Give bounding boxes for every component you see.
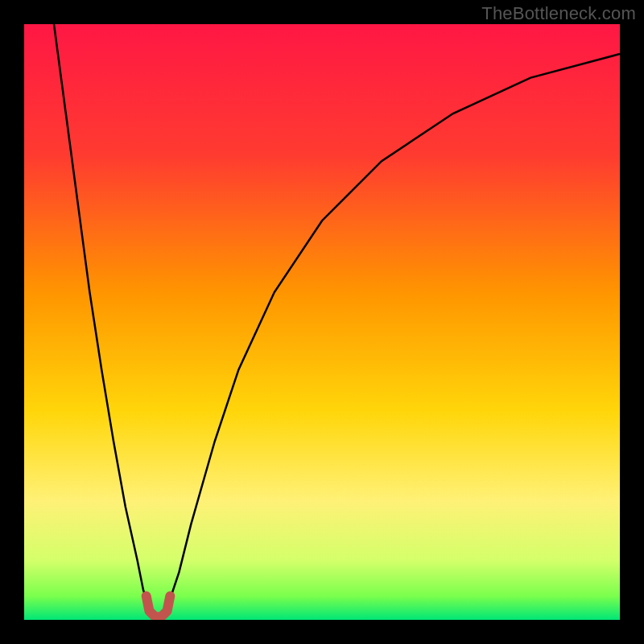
chart-frame: TheBottleneck.com [0, 0, 644, 644]
curve-layer [24, 24, 620, 620]
series-bottleneck-curve [54, 24, 620, 617]
watermark-text: TheBottleneck.com [481, 3, 636, 24]
series-optimal-marker [147, 596, 171, 617]
plot-area [24, 24, 620, 620]
